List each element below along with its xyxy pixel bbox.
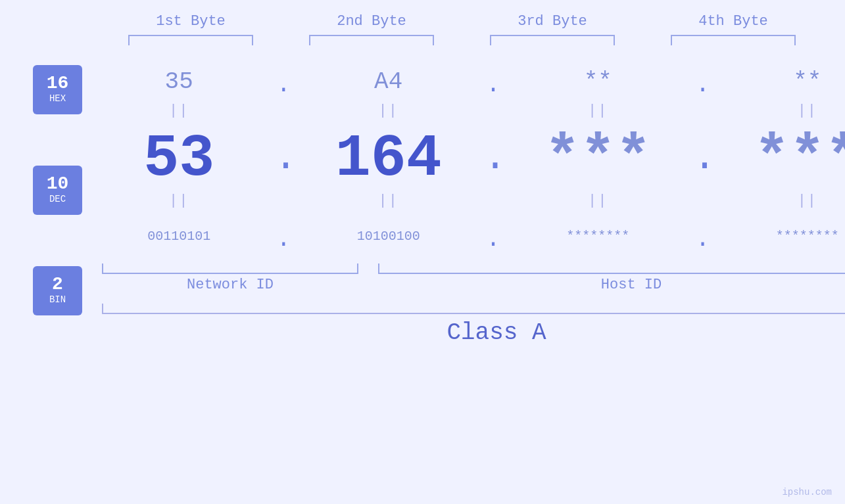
dec-byte4-cell: *** [735,129,845,189]
main-grid: 16 HEX 10 DEC 2 BIN 35 . A4 [0,52,845,346]
dec-byte1-cell: 53 [107,129,251,189]
host-id-bracket [378,263,845,274]
hex-badge: 16 HEX [33,65,82,114]
bracket-byte4 [671,35,796,45]
sep1-b4: || [735,103,845,119]
separator-1: || || || || [95,103,845,119]
dec-base-num: 10 [47,175,69,193]
bin-byte2-value: 10100100 [357,229,420,244]
dot-dec-1: . [274,135,293,180]
bin-base-num: 2 [52,275,63,294]
hex-byte4-cell: ** [735,68,845,95]
byte4-header: 4th Byte [667,13,799,30]
dec-row: 53 . 164 . *** . *** [95,129,845,189]
hex-row: 35 . A4 . ** . ** [95,65,845,99]
watermark: ipshu.com [782,487,832,497]
class-label: Class A [447,319,546,346]
hex-byte1-value: 35 [165,68,193,95]
bracket-byte1 [128,35,253,45]
hex-byte1-cell: 35 [107,68,251,95]
sep2-b2: || [316,193,461,209]
bin-byte4-value: ******** [776,229,839,244]
dot-dec-2: . [483,135,503,180]
dot-hex-2: . [483,72,503,99]
dec-badge: 10 DEC [33,166,82,215]
dec-byte3-value: *** [544,126,651,193]
hex-byte2-cell: A4 [316,68,461,95]
dec-byte1-value: 53 [143,126,214,193]
hex-byte2-value: A4 [374,68,402,95]
byte1-header: 1st Byte [125,13,256,30]
bottom-brackets-section: Network ID Host ID Class A [95,258,845,346]
bracket-byte3 [490,35,615,45]
dot-bin-1: . [274,226,293,253]
bin-byte1-cell: 00110101 [107,229,251,244]
sep2-b1: || [107,193,251,209]
dec-byte2-value: 164 [335,126,442,193]
bin-base-label: BIN [49,294,66,306]
bin-byte4-cell: ******** [735,229,845,244]
byte-headers-row: 1st Byte 2nd Byte 3rd Byte 4th Byte [101,13,824,30]
bin-byte3-cell: ******** [525,229,670,244]
class-outer-bracket [102,304,845,314]
dot-hex-3: . [693,72,713,99]
hex-byte4-value: ** [793,68,821,95]
dec-base-label: DEC [49,193,66,205]
dot-bin-3: . [693,226,713,253]
network-id-bracket [102,263,358,274]
dot-dec-3: . [693,135,713,180]
hex-byte3-value: ** [584,68,612,95]
main-container: 1st Byte 2nd Byte 3rd Byte 4th Byte 16 H… [0,0,845,504]
dot-bin-2: . [483,226,503,253]
bin-byte3-value: ******** [566,229,629,244]
hex-base-label: HEX [49,93,66,104]
dot-hex-1: . [274,72,293,99]
bracket-byte2 [309,35,434,45]
hex-base-num: 16 [47,74,69,93]
sep1-b3: || [525,103,670,119]
byte3-header: 3rd Byte [487,13,618,30]
network-id-label: Network ID [102,277,358,293]
bin-badge: 2 BIN [33,266,82,315]
bin-row: 00110101 . 10100100 . ******** . *******… [95,219,845,253]
host-id-label: Host ID [378,277,845,293]
dec-byte3-cell: *** [525,129,670,189]
separator-2: || || || || [95,193,845,209]
values-content-area: 35 . A4 . ** . ** || || [82,52,845,346]
sep2-b4: || [735,193,845,209]
byte2-header: 2nd Byte [306,13,437,30]
bin-byte1-value: 00110101 [147,229,210,244]
hex-byte3-cell: ** [525,68,670,95]
sep2-b3: || [525,193,670,209]
top-brackets-row [101,35,824,45]
base-labels-column: 16 HEX 10 DEC 2 BIN [0,52,82,315]
sep1-b1: || [107,103,251,119]
dec-byte2-cell: 164 [316,129,461,189]
dec-byte4-value: *** [754,126,845,193]
sep1-b2: || [316,103,461,119]
bin-byte2-cell: 10100100 [316,229,461,244]
